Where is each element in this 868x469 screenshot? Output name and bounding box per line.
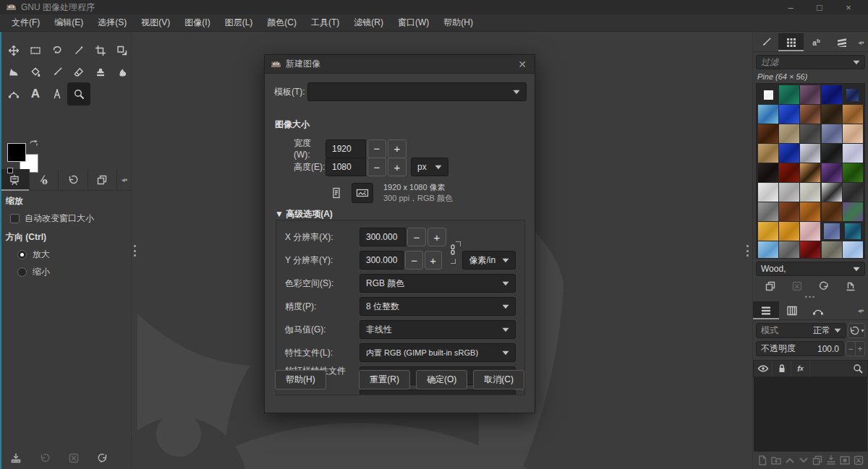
pattern-tile[interactable] [800, 222, 820, 241]
fuzzy-select-tool[interactable] [69, 40, 89, 61]
tab-channels[interactable] [779, 301, 805, 319]
pattern-tile[interactable] [758, 163, 778, 182]
height-increase-button[interactable]: + [388, 158, 407, 176]
eraser-tool[interactable] [69, 62, 89, 82]
pattern-tile[interactable] [764, 90, 773, 100]
pattern-tile[interactable] [758, 144, 778, 163]
x-res-decrease-button[interactable]: − [407, 228, 426, 246]
search-icon[interactable] [848, 363, 867, 374]
tab-fonts[interactable]: ab [804, 33, 829, 51]
menu-filters[interactable]: 滤镜(R) [346, 14, 391, 32]
pattern-tile[interactable] [843, 163, 863, 182]
height-input[interactable]: 1080 [326, 158, 366, 176]
visibility-eye-icon[interactable] [754, 361, 773, 377]
foreground-color-swatch[interactable] [7, 143, 26, 162]
pattern-tile[interactable] [758, 183, 778, 202]
crop-tool[interactable] [90, 40, 111, 61]
chevron-down-icon[interactable] [853, 267, 860, 272]
menu-image[interactable]: 图像(I) [177, 14, 217, 32]
pattern-tile[interactable] [800, 105, 820, 124]
menu-view[interactable]: 视图(V) [134, 14, 177, 32]
tab-paths[interactable] [805, 301, 831, 319]
width-input[interactable]: 1920 [326, 139, 366, 158]
pattern-tile[interactable] [822, 124, 842, 143]
layer-list[interactable] [754, 377, 867, 452]
pattern-collection-select[interactable]: Wood, [756, 262, 865, 276]
menu-tools[interactable]: 工具(T) [304, 14, 346, 32]
chain-link-icon[interactable] [449, 244, 456, 255]
template-select[interactable] [307, 82, 527, 101]
save-tool-options-icon[interactable] [10, 452, 22, 464]
pattern-tile[interactable] [800, 202, 820, 221]
rectangle-select-tool[interactable] [25, 40, 46, 61]
bucket-fill-tool[interactable] [25, 62, 46, 82]
width-decrease-button[interactable]: − [367, 139, 386, 158]
minimize-button[interactable]: – [781, 2, 800, 13]
zoom-out-radio[interactable] [17, 267, 27, 277]
color-profile-select[interactable]: 内置 RGB (GIMP built-in sRGB) [359, 343, 516, 362]
pattern-tile[interactable] [800, 144, 820, 163]
pattern-tile[interactable] [843, 183, 863, 202]
dock-menu-icon[interactable]: ◂▪ [117, 169, 132, 190]
dock-tab-images[interactable] [88, 169, 118, 191]
dock-tab-tool-options[interactable] [0, 169, 30, 191]
menu-windows[interactable]: 窗口(W) [391, 14, 436, 32]
merge-down-icon[interactable] [825, 455, 837, 466]
mode-reset-button[interactable]: ▾ [848, 323, 865, 338]
portrait-orientation-button[interactable] [326, 183, 347, 203]
pattern-tile[interactable] [800, 163, 820, 182]
advanced-options-expander[interactable]: ▼ 高级选项(A) [275, 208, 333, 220]
tab-gradients[interactable] [829, 33, 854, 51]
resolution-unit-select[interactable]: 像素/in [462, 251, 516, 270]
delete-layer-icon[interactable] [853, 455, 864, 466]
maximize-button[interactable]: □ [810, 2, 829, 13]
new-layer-group-icon[interactable] [770, 455, 782, 466]
pattern-tile[interactable] [846, 89, 859, 101]
zoom-tool[interactable] [67, 82, 90, 106]
reset-button[interactable]: 重置(R) [359, 370, 410, 390]
pattern-tile[interactable] [843, 105, 863, 124]
menu-edit[interactable]: 编辑(E) [47, 14, 90, 32]
clone-tool[interactable] [90, 62, 111, 82]
ok-button[interactable]: 确定(O) [416, 370, 467, 390]
layers-menu-icon[interactable]: ◂▪ [854, 301, 868, 319]
paths-tool[interactable] [4, 84, 24, 104]
text-tool[interactable]: A [25, 84, 46, 104]
pattern-tile[interactable] [800, 183, 820, 202]
auto-resize-checkbox[interactable] [10, 214, 20, 223]
raise-layer-icon[interactable] [784, 455, 796, 466]
right-dock-grip[interactable] [746, 245, 750, 257]
pattern-tile[interactable] [843, 124, 863, 143]
dockable-menu-icon[interactable]: ◂▪ [854, 33, 868, 51]
left-dock-grip[interactable] [134, 245, 137, 257]
colorspace-select[interactable]: RGB 颜色 [359, 274, 516, 293]
refresh-patterns-icon[interactable] [818, 280, 830, 292]
transform-tool[interactable] [112, 40, 132, 61]
zoom-in-option[interactable]: 放大 [17, 249, 126, 261]
new-layer-icon[interactable] [757, 455, 768, 466]
menu-select[interactable]: 选择(S) [90, 14, 134, 32]
pattern-tile[interactable] [779, 85, 799, 104]
clipped-select[interactable] [359, 390, 516, 395]
zoom-in-radio[interactable] [17, 250, 27, 259]
pattern-tile[interactable] [779, 124, 799, 143]
menu-layer[interactable]: 图层(L) [218, 14, 260, 32]
pattern-tile[interactable] [758, 241, 778, 259]
menu-colors[interactable]: 颜色(C) [260, 14, 304, 32]
reset-tool-options-icon[interactable] [97, 452, 109, 464]
unit-select[interactable]: px [411, 158, 448, 176]
menu-help[interactable]: 帮助(H) [436, 14, 480, 32]
gamma-select[interactable]: 非线性 [359, 320, 516, 339]
pattern-tile[interactable] [822, 105, 842, 124]
close-button[interactable]: × [839, 2, 858, 13]
pattern-tile[interactable] [779, 183, 799, 202]
y-res-increase-button[interactable]: + [425, 251, 442, 270]
pattern-tile[interactable] [843, 241, 863, 259]
paintbrush-tool[interactable] [47, 62, 67, 82]
pattern-tile[interactable] [779, 163, 799, 182]
pattern-tile[interactable] [758, 124, 778, 143]
tab-layers[interactable] [753, 301, 779, 319]
move-tool[interactable] [4, 40, 24, 61]
dialog-titlebar[interactable]: 新建图像 ✕ [265, 55, 535, 74]
opacity-slider[interactable]: 不透明度 100.0 [756, 341, 844, 356]
